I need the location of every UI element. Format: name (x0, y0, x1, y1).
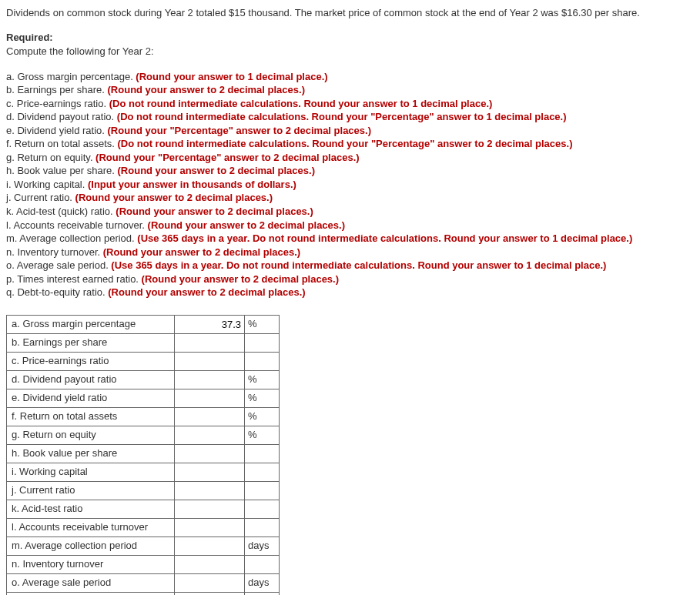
answer-input[interactable] (175, 574, 244, 592)
answer-input[interactable] (175, 353, 244, 370)
question-item: q. Debt-to-equity ratio. (Round your ans… (6, 286, 694, 299)
row-unit (245, 481, 280, 500)
question-item-text: o. Average sale period. (6, 259, 111, 271)
row-label: i. Working capital (7, 463, 175, 481)
question-item-text: k. Acid-test (quick) ratio. (6, 206, 116, 217)
row-unit (245, 352, 280, 370)
row-unit (245, 463, 280, 481)
question-item-hint: (Round your answer to 1 decimal place.) (136, 71, 327, 82)
question-item: k. Acid-test (quick) ratio. (Round your … (6, 205, 694, 219)
answer-input[interactable] (175, 426, 244, 444)
answer-input[interactable] (175, 556, 244, 573)
question-item-text: n. Inventory turnover. (6, 246, 103, 258)
table-row: c. Price-earnings ratio (7, 352, 280, 370)
question-item-text: h. Book value per share. (6, 165, 118, 176)
question-item-text: d. Dividend payout ratio. (6, 111, 117, 122)
question-item-text: c. Price-earnings ratio. (6, 98, 109, 109)
row-input-cell (175, 389, 245, 407)
question-item-text: b. Earnings per share. (6, 84, 108, 95)
table-row: d. Dividend payout ratio% (7, 370, 280, 389)
answer-input[interactable] (175, 482, 244, 500)
compute-instruction: Compute the following for Year 2: (6, 45, 694, 58)
question-item-text: g. Return on equity. (6, 152, 95, 163)
question-item-hint: (Do not round intermediate calculations.… (109, 98, 493, 109)
answer-input[interactable] (175, 500, 244, 518)
question-item-hint: (Round your answer to 2 decimal places.) (108, 84, 305, 95)
row-input-cell (175, 444, 245, 463)
question-item: e. Dividend yield ratio. (Round your "Pe… (6, 124, 694, 138)
row-unit (245, 500, 280, 518)
row-label: d. Dividend payout ratio (7, 370, 175, 389)
question-item-hint: (Round your answer to 2 decimal places.) (108, 286, 305, 298)
row-input-cell (175, 463, 245, 481)
question-item-hint: (Round your "Percentage" answer to 2 dec… (108, 125, 371, 136)
row-input-cell (175, 407, 245, 426)
question-item: c. Price-earnings ratio. (Do not round i… (6, 97, 694, 111)
answer-table: a. Gross margin percentage%b. Earnings p… (6, 315, 280, 595)
question-item: j. Current ratio. (Round your answer to … (6, 191, 694, 205)
row-label: a. Gross margin percentage (7, 315, 175, 333)
question-item-hint: (Round your answer to 2 decimal places.) (75, 192, 273, 203)
table-row: f. Return on total assets% (7, 407, 280, 426)
row-unit: % (245, 389, 280, 407)
table-row: e. Dividend yield ratio% (7, 389, 280, 407)
question-item: p. Times interest earned ratio. (Round y… (6, 272, 694, 286)
question-item-text: j. Current ratio. (6, 192, 75, 203)
row-unit: days (245, 573, 280, 592)
row-input-cell (175, 481, 245, 500)
question-item: l. Accounts receivable turnover. (Round … (6, 219, 694, 232)
row-label: p. Times interest earned ratio (7, 592, 175, 595)
table-row: a. Gross margin percentage% (7, 315, 280, 333)
row-unit (245, 518, 280, 537)
row-input-cell (175, 333, 245, 352)
row-unit: % (245, 426, 280, 444)
row-label: g. Return on equity (7, 426, 175, 444)
row-input-cell (175, 500, 245, 518)
row-label: c. Price-earnings ratio (7, 352, 175, 370)
question-item-text: m. Average collection period. (6, 232, 137, 244)
question-item-hint: (Round your answer to 2 decimal places.) (116, 206, 313, 217)
row-unit: % (245, 407, 280, 426)
row-input-cell (175, 315, 245, 333)
row-unit (245, 592, 280, 595)
answer-input[interactable] (175, 371, 244, 389)
question-item-hint: (Round your answer to 2 decimal places.) (118, 165, 315, 176)
row-label: o. Average sale period (7, 573, 175, 592)
answer-input[interactable] (175, 389, 244, 407)
question-item-hint: (Use 365 days in a year. Do not round in… (111, 259, 606, 271)
question-item-hint: (Do not round intermediate calculations.… (118, 138, 573, 149)
answer-input[interactable] (175, 316, 244, 333)
row-label: m. Average collection period (7, 537, 175, 555)
answer-input[interactable] (175, 519, 244, 537)
row-input-cell (175, 573, 245, 592)
row-unit: % (245, 370, 280, 389)
question-item: h. Book value per share. (Round your ans… (6, 164, 694, 178)
question-item: o. Average sale period. (Use 365 days in… (6, 259, 694, 272)
intro-paragraph: Dividends on common stock during Year 2 … (6, 6, 694, 20)
table-row: m. Average collection perioddays (7, 537, 280, 555)
row-label: k. Acid-test ratio (7, 500, 175, 518)
answer-input[interactable] (175, 445, 244, 463)
row-input-cell (175, 592, 245, 595)
answer-input[interactable] (175, 408, 244, 426)
row-label: e. Dividend yield ratio (7, 389, 175, 407)
question-item-hint: (Round your answer to 2 decimal places.) (148, 219, 345, 231)
question-item-text: q. Debt-to-equity ratio. (6, 286, 108, 298)
table-row: j. Current ratio (7, 481, 280, 500)
row-unit (245, 555, 280, 573)
question-item-text: l. Accounts receivable turnover. (6, 219, 148, 231)
table-row: o. Average sale perioddays (7, 573, 280, 592)
row-unit: days (245, 537, 280, 555)
required-heading: Required: (6, 31, 694, 45)
row-unit (245, 333, 280, 352)
question-item: b. Earnings per share. (Round your answe… (6, 83, 694, 97)
question-item-text: a. Gross margin percentage. (6, 71, 136, 82)
answer-input[interactable] (175, 537, 244, 555)
answer-input[interactable] (175, 334, 244, 352)
table-row: l. Accounts receivable turnover (7, 518, 280, 537)
answer-input[interactable] (175, 463, 244, 481)
question-item-hint: (Use 365 days in a year. Do not round in… (137, 232, 632, 244)
table-row: n. Inventory turnover (7, 555, 280, 573)
question-item-text: i. Working capital. (6, 179, 88, 190)
row-unit: % (245, 315, 280, 333)
